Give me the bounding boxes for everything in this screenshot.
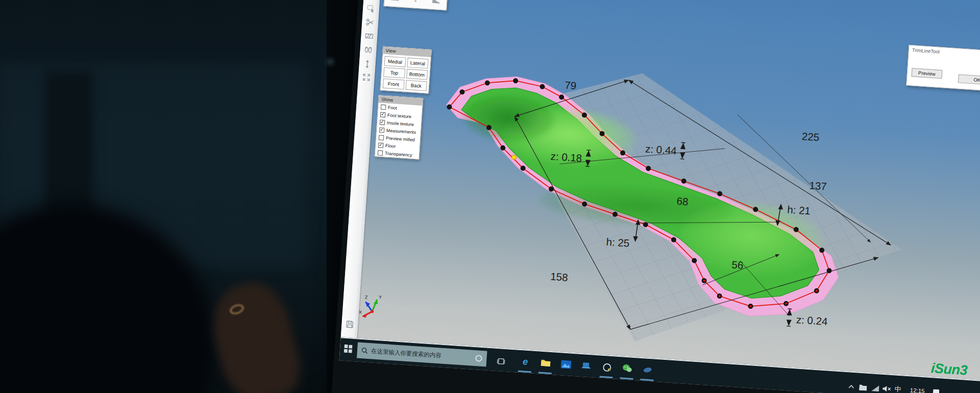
taskbar-clock[interactable]: 12:15 [906, 386, 929, 393]
texture-icon[interactable] [363, 30, 376, 43]
search-icon [361, 347, 369, 354]
measure-mid-width: 137 [809, 179, 827, 192]
tilt-right-icon[interactable] [426, 0, 448, 10]
explorer-running-indicator [538, 372, 552, 374]
measure-z-arch: z: 0.44 [645, 143, 677, 157]
qq-running-indicator [600, 376, 613, 378]
wechat-icon[interactable] [621, 362, 633, 375]
photos-icon[interactable] [559, 359, 572, 370]
monitor-screen: 79 225 137 h: 21 68 z: 0.44 z: 0.18 h: 2… [339, 0, 980, 393]
edge-icon[interactable]: e [519, 355, 532, 369]
checkbox-measurements[interactable] [379, 127, 385, 133]
wifi-icon[interactable] [870, 384, 880, 392]
windows-start-button[interactable] [342, 343, 353, 354]
preview-button[interactable]: Preview [911, 68, 942, 79]
notification-center-icon[interactable] [933, 388, 940, 393]
trimlinetool-dialog: TrimLineTool Preview OK [906, 45, 980, 93]
axis-indicator: Z Y X [358, 293, 382, 319]
measure-h-lateral: h: 21 [787, 204, 811, 217]
selected-point[interactable] [511, 155, 517, 160]
arrow-down-icon[interactable]: ↓ [405, 0, 427, 8]
laptop-icon[interactable] [580, 360, 593, 372]
app-icon[interactable] [641, 364, 654, 376]
measure-z-medial: z: 0.18 [550, 150, 582, 164]
feet-icon[interactable] [362, 43, 375, 57]
isun3d-watermark: iSun3 [930, 360, 968, 379]
wechat-running-indicator [620, 377, 633, 379]
measure-heel-width: 56 [731, 258, 744, 271]
measure-z-heel: z: 0.24 [796, 313, 828, 327]
reflection-glint [327, 59, 334, 65]
checkbox-floor[interactable] [378, 142, 384, 148]
measure-h-medial: h: 25 [606, 236, 630, 249]
tray-folder-icon[interactable] [858, 383, 868, 391]
ok-button[interactable]: OK [958, 74, 980, 85]
cortana-icon[interactable] [475, 354, 483, 362]
save-icon[interactable] [344, 318, 357, 331]
tilt-left-icon[interactable] [384, 0, 406, 7]
vertical-resize-icon[interactable] [361, 58, 374, 71]
checkbox-foot[interactable] [381, 104, 386, 110]
axis-y-label: Y [379, 294, 382, 300]
ime-indicator[interactable]: 中 [893, 384, 903, 393]
checkbox-insole-texture[interactable] [380, 119, 385, 125]
axis-z-label: Z [365, 294, 369, 300]
checkbox-foot-texture[interactable] [380, 112, 386, 117]
app-running-indicator [640, 379, 653, 381]
viewport-3d[interactable]: 79 225 137 h: 21 68 z: 0.44 z: 0.18 h: 2… [341, 0, 980, 381]
qq-icon[interactable] [600, 361, 614, 374]
scissors-icon[interactable] [363, 16, 377, 29]
view-front-button[interactable]: Front [383, 79, 405, 90]
axis-x-label: X [359, 310, 362, 315]
lasso-select-icon[interactable] [364, 2, 378, 15]
view-medial-button[interactable]: Medial [384, 56, 406, 67]
volume-muted-icon[interactable] [881, 385, 892, 393]
measure-arch-width: 68 [676, 195, 689, 207]
view-back-button[interactable]: Back [405, 80, 427, 91]
measure-lateral-length: 225 [801, 130, 820, 143]
explorer-icon[interactable] [539, 358, 552, 369]
view-top-button[interactable]: Top [383, 67, 405, 79]
task-view-icon[interactable] [496, 356, 506, 366]
measure-toe-width: 79 [565, 79, 577, 91]
checkbox-preview-milled[interactable] [379, 135, 384, 140]
view-lateral-button[interactable]: Lateral [407, 58, 429, 69]
checkbox-transparency[interactable] [378, 150, 383, 156]
view-panel: View Medial Lateral Top Bottom Front Bac… [380, 46, 432, 94]
expand-icon[interactable] [360, 71, 373, 84]
tray-chevron-icon[interactable] [847, 382, 855, 391]
measure-medial-length: 158 [550, 271, 569, 283]
edge-running-indicator [518, 371, 531, 373]
show-panel: Show Foot Foot texture Insole texture Me… [375, 95, 424, 160]
view-bottom-button[interactable]: Bottom [406, 69, 428, 80]
